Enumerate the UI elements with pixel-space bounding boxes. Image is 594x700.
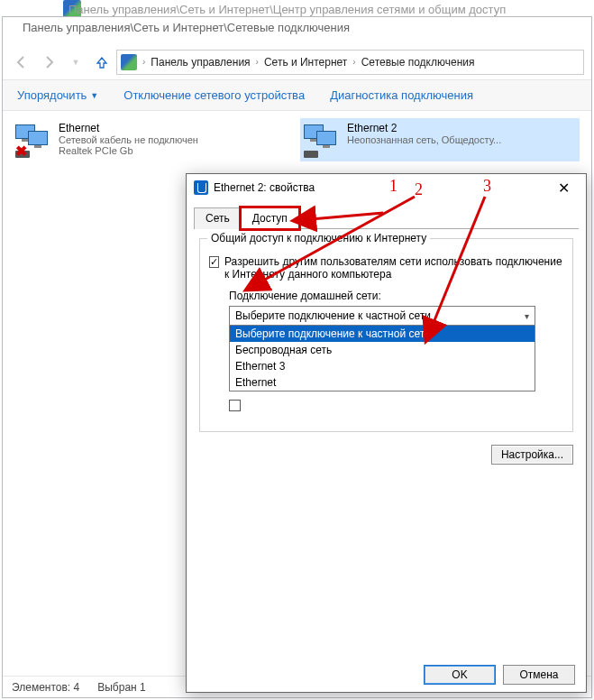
- allow-control-checkbox[interactable]: [229, 400, 241, 411]
- allow-sharing-row[interactable]: Разрешить другим пользователям сети испо…: [209, 255, 563, 281]
- dialog-title: Ethernet 2: свойства: [214, 181, 315, 194]
- organize-menu[interactable]: Упорядочить ▼: [17, 88, 98, 102]
- dialog-titlebar[interactable]: Ethernet 2: свойства ✕: [187, 174, 586, 201]
- dropdown-option[interactable]: Ethernet: [230, 374, 535, 391]
- disable-device-button[interactable]: Отключение сетевого устройства: [123, 88, 305, 102]
- cancel-button[interactable]: Отмена: [503, 665, 575, 685]
- history-dropdown-icon[interactable]: ▼: [64, 51, 87, 74]
- item-count: Элементов: 4: [12, 681, 79, 694]
- group-title: Общий доступ к подключению к Интернету: [207, 232, 430, 244]
- breadcrumb-item[interactable]: Панель управления: [145, 56, 255, 69]
- connection-name: Ethernet 2: [347, 122, 501, 134]
- forward-button[interactable]: [37, 51, 60, 74]
- address-bar: ▼ › Панель управления › Сеть и Интернет …: [3, 44, 591, 80]
- allow-control-row[interactable]: [229, 399, 563, 411]
- tab-strip: Сеть Доступ: [194, 207, 579, 229]
- home-network-dropdown[interactable]: Выберите подключение к частной сети ▾ Вы…: [229, 306, 535, 391]
- connection-adapter: Realtek PCIe Gb: [59, 145, 198, 156]
- tab-panel-sharing: Общий доступ к подключению к Интернету Р…: [199, 238, 573, 432]
- ok-button[interactable]: OK: [424, 665, 496, 685]
- parent-window-title: Панель управления\Сеть и Интернет\Центр …: [69, 3, 506, 16]
- allow-sharing-label: Разрешить другим пользователям сети испо…: [224, 255, 563, 281]
- selected-count: Выбран 1: [97, 681, 145, 694]
- connection-name: Ethernet: [59, 122, 198, 134]
- dropdown-option[interactable]: Беспроводная сеть: [230, 342, 535, 358]
- ics-group: Общий доступ к подключению к Интернету Р…: [199, 238, 573, 432]
- breadcrumb-item[interactable]: Сетевые подключения: [356, 56, 480, 69]
- dropdown-option[interactable]: Выберите подключение к частной сети: [230, 326, 535, 342]
- window-title: Панель управления\Сеть и Интернет\Сетевы…: [23, 21, 350, 34]
- dropdown-list: Выберите подключение к частной сети Бесп…: [230, 326, 535, 391]
- allow-sharing-checkbox[interactable]: [209, 256, 219, 268]
- dropdown-selected[interactable]: Выберите подключение к частной сети ▾: [230, 307, 535, 326]
- up-button[interactable]: [91, 51, 113, 73]
- settings-button[interactable]: Настройка...: [491, 445, 573, 465]
- properties-dialog: Ethernet 2: свойства ✕ Сеть Доступ Общий…: [186, 173, 587, 693]
- tab-network[interactable]: Сеть: [194, 207, 242, 229]
- connection-status: Неопознанная сеть, Общедосту...: [347, 134, 501, 145]
- breadcrumb[interactable]: › Панель управления › Сеть и Интернет › …: [116, 50, 584, 75]
- chevron-down-icon: ▾: [525, 311, 529, 321]
- connections-list: ✖ Ethernet Сетевой кабель не подключен R…: [3, 111, 591, 169]
- home-network-label: Подключение домашней сети:: [229, 290, 563, 302]
- breadcrumb-item[interactable]: Сеть и Интернет: [259, 56, 352, 69]
- back-button[interactable]: [10, 51, 33, 74]
- diagnose-button[interactable]: Диагностика подключения: [330, 88, 473, 102]
- connection-item[interactable]: Ethernet 2 Неопознанная сеть, Общедосту.…: [300, 118, 580, 161]
- network-adapter-icon: [304, 122, 340, 158]
- chevron-down-icon: ▼: [90, 91, 98, 100]
- adapter-icon: [194, 180, 208, 195]
- organize-label: Упорядочить: [17, 88, 87, 102]
- close-button[interactable]: ✕: [548, 180, 579, 197]
- network-adapter-icon: ✖: [15, 122, 51, 158]
- dropdown-option[interactable]: Ethernet 3: [230, 358, 535, 374]
- toolbar: Упорядочить ▼ Отключение сетевого устрой…: [3, 80, 591, 111]
- connection-status: Сетевой кабель не подключен: [59, 134, 198, 145]
- breadcrumb-icon: [121, 54, 137, 70]
- tab-sharing[interactable]: Доступ: [241, 207, 299, 229]
- disconnected-icon: ✖: [15, 143, 27, 160]
- dialog-buttons: OK Отмена: [424, 665, 575, 685]
- connection-item[interactable]: ✖ Ethernet Сетевой кабель не подключен R…: [12, 118, 291, 161]
- dropdown-selected-text: Выберите подключение к частной сети: [235, 309, 431, 322]
